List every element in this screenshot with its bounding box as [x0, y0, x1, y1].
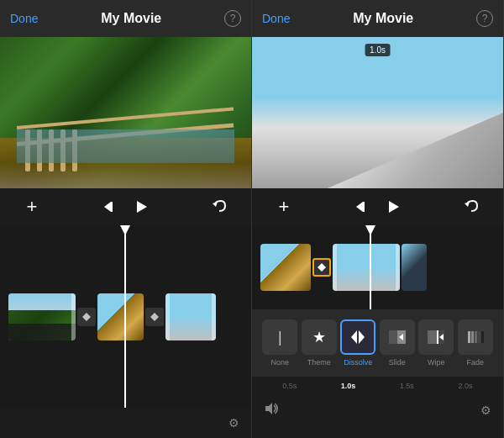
undo-icon [211, 198, 228, 215]
ruler-marks: 0.5s 1.0s 1.5s 2.0s [260, 382, 495, 390]
transition-fade[interactable]: Fade [458, 319, 493, 367]
right-preview: 1.0s [252, 37, 503, 188]
svg-marker-2 [137, 201, 147, 213]
slide-icon [387, 327, 407, 347]
transition-arrow-icon [81, 311, 92, 323]
ruler-mark-20: 2.0s [436, 382, 495, 390]
speaker-icon [264, 401, 279, 416]
right-done-button[interactable]: Done [262, 12, 290, 25]
transition-fade-icon[interactable] [458, 319, 493, 355]
left-clip-sky[interactable] [165, 293, 216, 340]
wipe-icon [426, 327, 446, 347]
svg-marker-15 [359, 330, 365, 344]
left-play-button[interactable] [126, 192, 156, 222]
right-clip-handle-left[interactable] [333, 244, 337, 291]
left-preview-video [0, 37, 251, 188]
svg-marker-4 [82, 313, 87, 321]
right-clip-arch[interactable] [260, 244, 311, 291]
left-rewind-button[interactable] [96, 192, 126, 222]
svg-rect-24 [471, 331, 474, 343]
ruler-mark-15: 1.5s [378, 382, 437, 390]
transition-slide[interactable]: Slide [380, 319, 415, 367]
transition-dissolve-icon-box[interactable] [340, 319, 375, 355]
left-settings-icon[interactable]: ⚙ [228, 416, 239, 430]
play-icon [133, 198, 150, 215]
fence-post [72, 129, 77, 172]
right-timeline[interactable] [252, 225, 503, 309]
left-clip-forest[interactable] [8, 293, 76, 340]
transition-wipe-icon[interactable] [418, 319, 454, 355]
left-done-button[interactable]: Done [10, 12, 38, 25]
right-settings-icon[interactable]: ⚙ [480, 404, 491, 417]
left-add-button[interactable]: + [17, 192, 47, 222]
right-add-button[interactable]: + [269, 192, 299, 222]
left-help-button[interactable]: ? [224, 10, 241, 27]
left-transition-2[interactable] [145, 308, 164, 326]
right-undo-button[interactable] [456, 192, 486, 222]
right-transition-active[interactable] [312, 258, 331, 277]
fence-post [37, 129, 42, 172]
transition-wipe-label: Wipe [428, 358, 445, 367]
right-clip-handle-right[interactable] [396, 244, 400, 291]
transition-slide-icon[interactable] [380, 319, 415, 355]
transition-dissolve[interactable]: Dissolve [340, 319, 375, 367]
transition-theme-icon[interactable]: ★ [302, 319, 337, 355]
ruler-mark-10: 1.0s [319, 382, 378, 390]
transition-none[interactable]: | None [262, 319, 297, 367]
svg-marker-6 [150, 313, 155, 321]
right-title: My Movie [353, 11, 413, 26]
right-panel: Done My Movie ? 1.0s + [252, 0, 504, 438]
svg-marker-14 [351, 330, 357, 344]
left-transition-1[interactable] [77, 308, 96, 326]
fence-post [60, 129, 66, 172]
svg-rect-1 [111, 202, 113, 212]
volume-icon[interactable] [264, 401, 279, 420]
left-toolbar: + [0, 188, 251, 225]
svg-rect-27 [481, 331, 484, 343]
svg-marker-5 [87, 313, 91, 321]
fade-icon [465, 327, 486, 347]
transition-wipe[interactable]: Wipe [418, 319, 454, 367]
right-bottom-bar: ⚙ [252, 395, 503, 425]
transition-none-label: None [270, 358, 289, 367]
transition-none-icon[interactable]: | [262, 319, 297, 355]
right-track [252, 242, 503, 293]
svg-marker-12 [318, 263, 322, 272]
clip-handle-right-2[interactable] [212, 293, 216, 340]
left-bottom-bar: ⚙ [0, 408, 251, 438]
right-toolbar: + [252, 188, 503, 225]
left-playhead[interactable] [124, 225, 126, 408]
fence-post [49, 129, 54, 172]
dissolve-icon [348, 327, 368, 347]
right-clip-dark[interactable] [402, 244, 427, 291]
right-rewind-icon [354, 198, 371, 215]
right-playhead[interactable] [370, 225, 371, 309]
svg-marker-28 [265, 403, 272, 414]
right-header: Done My Movie ? [252, 0, 503, 37]
svg-rect-25 [475, 331, 477, 343]
transition-dissolve-label: Dissolve [344, 358, 372, 367]
right-undo-icon [463, 198, 480, 215]
right-help-button[interactable]: ? [476, 10, 493, 27]
left-clip-arch[interactable] [97, 293, 144, 340]
svg-marker-10 [389, 201, 399, 213]
left-header: Done My Movie ? [0, 0, 251, 37]
right-rewind-button[interactable] [348, 192, 378, 222]
right-play-icon [385, 198, 402, 215]
svg-marker-8 [356, 202, 363, 212]
clip-handle-right[interactable] [71, 293, 76, 340]
svg-marker-13 [322, 263, 326, 272]
svg-rect-23 [468, 331, 470, 343]
clip-handle-left-2[interactable] [165, 293, 170, 340]
ruler-mark-05: 0.5s [260, 382, 319, 390]
svg-marker-7 [155, 313, 159, 321]
transition-arrow-icon-2 [149, 311, 160, 323]
transition-fade-label: Fade [466, 358, 484, 367]
left-undo-button[interactable] [204, 192, 234, 222]
right-clip-sky[interactable] [333, 244, 400, 291]
right-play-button[interactable] [378, 192, 408, 222]
transition-slide-label: Slide [389, 358, 406, 367]
transition-theme[interactable]: ★ Theme [302, 319, 337, 367]
left-timeline[interactable] [0, 225, 251, 408]
right-preview-video [252, 37, 503, 188]
